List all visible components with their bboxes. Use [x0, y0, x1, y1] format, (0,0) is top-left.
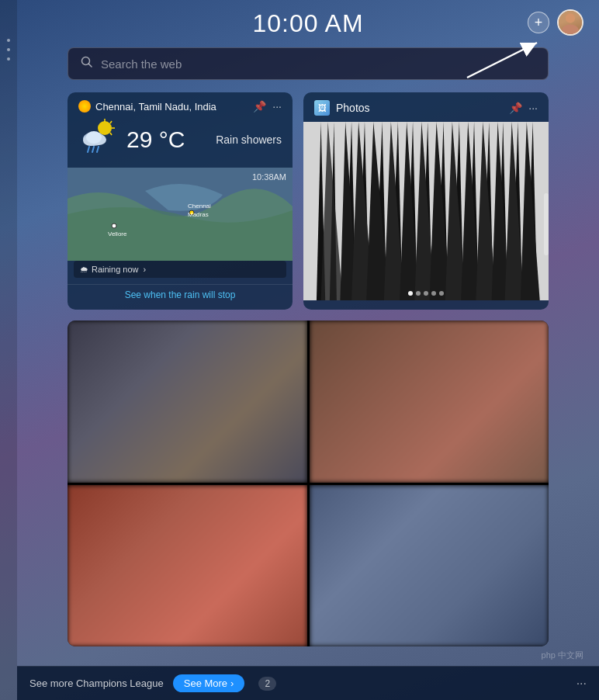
bottom-more-icon[interactable]: ···	[576, 677, 587, 691]
weather-map: 10:38AM Vellore Chennai M	[68, 168, 293, 261]
photos-title-area: 🖼 Photos	[314, 100, 370, 116]
weather-main: 29 °C Rain showers	[68, 119, 293, 168]
time-bar: 10:00 AM +	[17, 0, 599, 47]
news-widget	[68, 321, 549, 646]
bottom-bar: See more Champions League See More › 2 ·…	[17, 666, 599, 700]
weather-pin-icon[interactable]: 📌	[253, 100, 266, 113]
weather-description: Rain showers	[216, 133, 282, 146]
photos-header: 🖼 Photos 📌 ···	[303, 92, 549, 122]
scrollbar[interactable]	[544, 193, 549, 255]
photo-dot-2	[416, 291, 421, 296]
photo-dot-5	[439, 291, 444, 296]
news-count-badge: 2	[258, 677, 276, 691]
search-placeholder: Search the web	[101, 57, 535, 71]
see-more-chevron: ›	[230, 677, 234, 689]
photo-carousel-dots	[408, 291, 444, 296]
rain-icon: 🌧	[80, 265, 88, 274]
news-cell-2	[310, 321, 549, 483]
svg-line-10	[110, 133, 112, 135]
photos-more-icon[interactable]: ···	[528, 102, 538, 114]
photos-image-area	[303, 122, 549, 300]
see-rain-link[interactable]: See when the rain will stop	[68, 284, 293, 305]
photo-dot-3	[424, 291, 428, 296]
search-icon	[81, 56, 93, 71]
news-cell-4	[310, 485, 549, 647]
map-svg: Vellore Chennai Madras	[68, 168, 293, 261]
sidebar-dot	[7, 39, 10, 42]
chevron-right-icon: ›	[144, 265, 147, 274]
weather-more-icon[interactable]: ···	[272, 100, 282, 113]
news-bg-1	[68, 321, 307, 483]
sidebar	[0, 0, 17, 700]
photos-pin-icon[interactable]: 📌	[509, 102, 522, 114]
photos-widget: 🖼 Photos 📌 ···	[303, 92, 549, 310]
svg-text:Vellore: Vellore	[108, 230, 127, 237]
top-right-controls: +	[528, 9, 583, 36]
see-more-text: See more Champions League	[29, 677, 164, 689]
raining-now-label: Raining now	[92, 265, 139, 274]
news-bg-2	[310, 321, 549, 483]
svg-point-6	[98, 121, 112, 135]
bottom-left: See more Champions League See More › 2	[29, 674, 276, 692]
see-more-btn-label: See More	[184, 677, 227, 689]
map-timestamp: 10:38AM	[252, 172, 286, 182]
svg-point-0	[566, 13, 575, 23]
news-cell-1	[68, 321, 307, 483]
photos-controls: 📌 ···	[509, 102, 538, 114]
watermark: php 中文网	[542, 650, 583, 661]
widgets-row-1: Chennai, Tamil Nadu, India 📌 ···	[68, 92, 549, 310]
avatar[interactable]	[557, 9, 583, 36]
svg-point-14	[86, 131, 102, 144]
raining-now-bar[interactable]: 🌧 Raining now ›	[74, 261, 286, 278]
add-widget-button[interactable]: +	[528, 12, 549, 33]
weather-temperature: 29 °C	[126, 126, 185, 153]
main-panel: 10:00 AM +	[17, 0, 599, 700]
news-grid	[68, 321, 549, 646]
news-cell-3	[68, 485, 307, 647]
location-dot	[78, 100, 91, 113]
search-bar[interactable]: Search the web	[68, 47, 549, 80]
weather-location-text: Chennai, Tamil Nadu, India	[95, 101, 216, 113]
svg-line-8	[110, 121, 112, 123]
bottom-right: ···	[576, 677, 587, 691]
weather-header: Chennai, Tamil Nadu, India 📌 ···	[68, 92, 293, 119]
svg-line-17	[97, 147, 99, 152]
news-bg-4	[310, 485, 549, 647]
svg-point-1	[562, 24, 578, 34]
avatar-svg	[559, 11, 582, 34]
see-more-button[interactable]: See More ›	[173, 674, 245, 692]
svg-text:Madras: Madras	[188, 211, 209, 218]
time-display: 10:00 AM	[252, 9, 363, 38]
weather-controls: 📌 ···	[253, 100, 282, 113]
avatar-face	[559, 11, 582, 34]
photos-title: Photos	[336, 102, 370, 114]
photo-dot-4	[431, 291, 436, 296]
rain-cloud-svg	[78, 119, 116, 153]
weather-icon	[78, 119, 116, 160]
weather-widget: Chennai, Tamil Nadu, India 📌 ···	[68, 92, 293, 310]
svg-point-19	[112, 224, 116, 228]
photo-dot-1	[408, 291, 413, 296]
svg-text:Chennai: Chennai	[188, 203, 211, 210]
svg-line-16	[92, 147, 94, 152]
widgets-area: Chennai, Tamil Nadu, India 📌 ···	[68, 92, 549, 646]
svg-line-15	[88, 147, 89, 152]
news-bg-3	[68, 485, 307, 647]
photo-svg	[303, 122, 549, 300]
weather-location: Chennai, Tamil Nadu, India	[78, 100, 216, 113]
photos-app-icon: 🖼	[314, 100, 330, 116]
sidebar-dot	[7, 57, 10, 61]
sidebar-dot	[7, 48, 10, 51]
svg-line-5	[89, 64, 92, 68]
